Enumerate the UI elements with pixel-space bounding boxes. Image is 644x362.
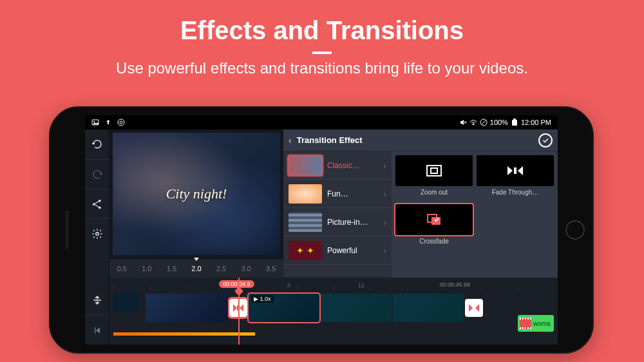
jump-start-button[interactable]: [85, 315, 109, 345]
category-item-classic[interactable]: Classic… ›: [283, 151, 392, 180]
playhead[interactable]: [238, 278, 240, 345]
transition-node[interactable]: [465, 299, 483, 317]
transition-label: Zoom out: [421, 189, 448, 196]
statusbar: 100% 12:00 PM: [85, 115, 558, 129]
mute-icon: [459, 119, 467, 126]
ruler-value: 3.5: [266, 265, 276, 272]
clip-speed-badge: ▶ 1.0x: [251, 295, 274, 303]
ruler-indicator-icon: [194, 258, 199, 261]
project-thumb[interactable]: [113, 293, 139, 312]
preview-caption: City night!: [166, 186, 227, 202]
svg-point-8: [93, 203, 95, 205]
svg-rect-12: [427, 166, 441, 176]
transition-label: Fade Through…: [492, 189, 539, 196]
svg-rect-14: [514, 167, 516, 174]
svg-point-1: [93, 121, 95, 122]
settings-button[interactable]: [85, 218, 109, 248]
timeline[interactable]: 00:00:04.9 8 12 00:00:45.99: [109, 278, 558, 345]
film-icon: [520, 318, 531, 329]
transition-item-crossfade[interactable]: Crossfade: [395, 204, 473, 249]
no-sim-icon: [480, 119, 488, 126]
video-preview[interactable]: City night!: [113, 133, 280, 255]
share-button[interactable]: [85, 189, 109, 218]
time-marker: 8: [287, 282, 290, 289]
transition-item-zoom-out[interactable]: Zoom out: [395, 155, 473, 200]
phone-speaker: [65, 211, 69, 249]
transition-thumb: [477, 155, 554, 186]
transition-item-fade-through[interactable]: Fade Through…: [477, 155, 554, 200]
svg-point-10: [99, 206, 101, 209]
promo-title: Effects and Transitions: [0, 0, 644, 45]
video-track[interactable]: ▶ 1.0x: [146, 292, 554, 324]
battery-percent: 100%: [490, 119, 508, 126]
time-marker: 12: [358, 282, 365, 289]
chevron-right-icon: ›: [383, 189, 386, 199]
category-item-pip[interactable]: Picture-in… ›: [283, 208, 392, 236]
svg-rect-13: [431, 168, 437, 173]
audio-label: woma: [533, 320, 551, 327]
redo-button[interactable]: [85, 159, 109, 189]
ruler-value: 1.0: [142, 265, 151, 272]
upload-icon: [104, 119, 112, 126]
status-time: 12:00 PM: [521, 119, 551, 126]
transition-label: Crossfade: [419, 238, 449, 245]
svg-point-3: [120, 121, 122, 124]
audio-clip[interactable]: woma: [518, 315, 554, 332]
category-thumb: [289, 213, 322, 232]
phone-home-button: [565, 220, 585, 240]
svg-point-4: [473, 124, 474, 125]
transition-grid: Zoom out Fade Through…: [392, 151, 558, 278]
chevron-right-icon: ›: [383, 245, 386, 256]
panel-header: ‹ Transition Effect: [283, 129, 558, 151]
picture-icon: [91, 119, 99, 126]
video-clip[interactable]: [321, 294, 392, 322]
duration-ruler[interactable]: 0.5 1.0 1.5 2.0 2.5 3.0 3.5: [109, 258, 283, 278]
svg-point-2: [118, 119, 124, 126]
video-clip[interactable]: [146, 294, 228, 322]
chrome-icon: [117, 119, 125, 126]
back-icon[interactable]: ‹: [289, 135, 292, 146]
timeline-accent: [113, 332, 255, 336]
transition-thumb: [395, 204, 473, 235]
promo-subtitle: Use powerful effects and transitions bri…: [0, 59, 644, 77]
category-thumb: [289, 241, 322, 260]
wifi-icon: [469, 119, 477, 126]
category-list: Classic… › Fun… › Pict: [283, 151, 392, 278]
panel-title: Transition Effect: [297, 135, 363, 145]
ruler-value: 2.5: [216, 265, 226, 272]
category-thumb: [289, 184, 322, 204]
transition-panel: ‹ Transition Effect Classic…: [283, 129, 558, 278]
svg-point-11: [96, 232, 99, 235]
preview-area: City night! 0.5 1.0 1.5 2.0 2.5 3.0 3.5: [109, 129, 283, 278]
time-ruler[interactable]: 00:00:04.9 8 12 00:00:45.99: [113, 280, 554, 292]
undo-button[interactable]: [85, 129, 109, 159]
toolbar: [85, 129, 109, 345]
category-label: Picture-in…: [327, 218, 368, 227]
ruler-value: 0.5: [117, 265, 127, 272]
category-item-powerful[interactable]: Powerful ›: [283, 236, 392, 265]
chevron-right-icon: ›: [383, 217, 386, 227]
category-label: Fun…: [327, 189, 348, 198]
category-item-fun[interactable]: Fun… ›: [283, 180, 392, 208]
category-label: Powerful: [327, 246, 357, 255]
screen: 100% 12:00 PM: [85, 115, 558, 345]
confirm-button[interactable]: [538, 133, 553, 148]
svg-rect-6: [512, 120, 517, 126]
category-thumb: [289, 156, 322, 175]
svg-point-9: [99, 199, 101, 202]
phone-frame: 100% 12:00 PM: [49, 106, 594, 354]
timeline-expand-button[interactable]: [85, 285, 109, 315]
battery-icon: [511, 119, 518, 126]
ruler-value: 3.0: [241, 265, 251, 272]
ruler-value: 1.5: [167, 265, 176, 272]
svg-rect-7: [513, 119, 516, 120]
ruler-value: 2.0: [191, 265, 201, 272]
video-clip[interactable]: [393, 294, 464, 322]
current-time-badge: 00:00:04.9: [219, 280, 254, 288]
end-time: 00:00:45.99: [439, 281, 470, 288]
video-clip[interactable]: ▶ 1.0x: [249, 294, 319, 322]
chevron-right-icon: ›: [383, 160, 386, 171]
transition-thumb: [395, 155, 473, 186]
promo-divider: [312, 52, 332, 54]
category-label: Classic…: [327, 161, 360, 170]
